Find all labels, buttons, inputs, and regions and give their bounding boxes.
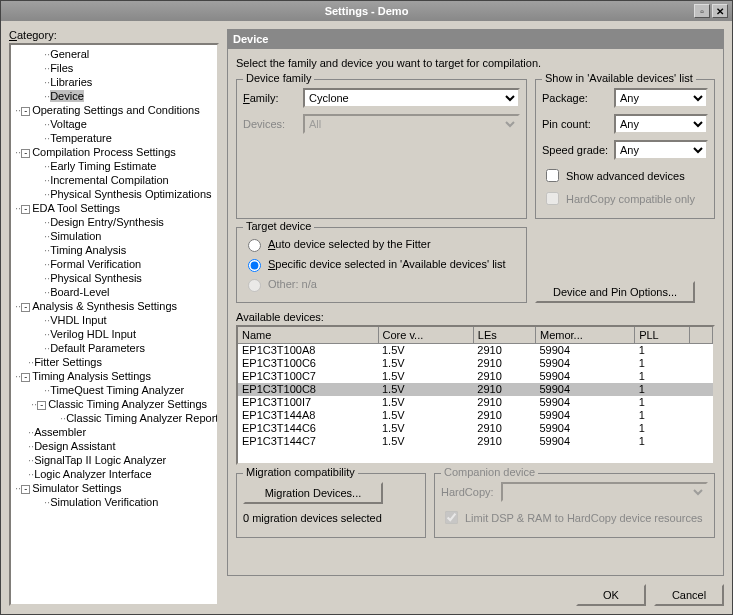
tree-item[interactable]: ··Early Timing Estimate	[11, 159, 217, 173]
family-select[interactable]: Cyclone	[303, 88, 520, 108]
tree-item[interactable]: ··Default Parameters	[11, 341, 217, 355]
tree-item[interactable]: ··Device	[11, 89, 217, 103]
tree-item[interactable]: ··Physical Synthesis	[11, 271, 217, 285]
tree-item[interactable]: ··Fitter Settings	[11, 355, 217, 369]
package-label: Package:	[542, 92, 614, 104]
show-available-group: Show in 'Available devices' list Package…	[535, 79, 715, 219]
devices-label: Devices:	[243, 118, 303, 130]
tree-item[interactable]: ··-Compilation Process Settings	[11, 145, 217, 159]
tree-item[interactable]: ··General	[11, 47, 217, 61]
device-pin-options-button[interactable]: Device and Pin Options...	[535, 281, 695, 303]
family-label: Family:	[243, 92, 303, 104]
tree-item[interactable]: ··-EDA Tool Settings	[11, 201, 217, 215]
migration-group: Migration compatibility Migration Device…	[236, 473, 426, 538]
tree-item[interactable]: ··TimeQuest Timing Analyzer	[11, 383, 217, 397]
migration-status: 0 migration devices selected	[243, 512, 419, 524]
tree-toggle-icon[interactable]: -	[21, 149, 30, 158]
column-header[interactable]: Name	[238, 327, 378, 344]
tree-item[interactable]: ··Classic Timing Analyzer Reporting	[11, 411, 217, 425]
tree-item[interactable]: ··Timing Analysis	[11, 243, 217, 257]
hardcopy-select	[501, 482, 708, 502]
table-row[interactable]: EP1C3T144A81.5V2910599041	[238, 409, 713, 422]
table-row[interactable]: EP1C3T100C81.5V2910599041	[238, 383, 713, 396]
tree-toggle-icon[interactable]: -	[21, 485, 30, 494]
tree-item[interactable]: ··-Timing Analysis Settings	[11, 369, 217, 383]
table-row[interactable]: EP1C3T144C61.5V2910599041	[238, 422, 713, 435]
tree-item[interactable]: ··Voltage	[11, 117, 217, 131]
panel-intro: Select the family and device you want to…	[236, 57, 715, 69]
migration-devices-button[interactable]: Migration Devices...	[243, 482, 383, 504]
panel-title: Device	[227, 29, 724, 49]
device-family-group: Device family Family: Cyclone Devices: A…	[236, 79, 527, 219]
speed-grade-select[interactable]: Any	[614, 140, 708, 160]
companion-group: Companion device HardCopy: Limit DSP & R…	[434, 473, 715, 538]
tree-item[interactable]: ··-Simulator Settings	[11, 481, 217, 495]
tree-item[interactable]: ··Logic Analyzer Interface	[11, 467, 217, 481]
tree-item[interactable]: ··Files	[11, 61, 217, 75]
category-label: Category:	[9, 29, 219, 41]
target-auto-radio[interactable]	[248, 239, 261, 252]
column-header[interactable]: LEs	[473, 327, 535, 344]
tree-toggle-icon[interactable]: -	[21, 303, 30, 312]
category-tree[interactable]: ··General··Files··Libraries··Device··-Op…	[9, 43, 219, 606]
column-header[interactable]: Core v...	[378, 327, 473, 344]
tree-item[interactable]: ··Temperature	[11, 131, 217, 145]
tree-item[interactable]: ··-Classic Timing Analyzer Settings	[11, 397, 217, 411]
tree-toggle-icon[interactable]: -	[21, 205, 30, 214]
package-select[interactable]: Any	[614, 88, 708, 108]
ok-button[interactable]: OK	[576, 584, 646, 606]
tree-toggle-icon[interactable]: -	[21, 373, 30, 382]
target-other-radio	[248, 279, 261, 292]
tree-item[interactable]: ··Libraries	[11, 75, 217, 89]
tree-item[interactable]: ··Design Entry/Synthesis	[11, 215, 217, 229]
table-row[interactable]: EP1C3T100A81.5V2910599041	[238, 344, 713, 358]
window-title: Settings - Demo	[1, 5, 732, 17]
available-devices-table[interactable]: NameCore v...LEsMemor...PLL EP1C3T100A81…	[236, 325, 715, 465]
column-header[interactable]: PLL	[635, 327, 690, 344]
cancel-button[interactable]: Cancel	[654, 584, 724, 606]
table-row[interactable]: EP1C3T100I71.5V2910599041	[238, 396, 713, 409]
tree-item[interactable]: ··Simulation	[11, 229, 217, 243]
speed-grade-label: Speed grade:	[542, 144, 614, 156]
tree-item[interactable]: ··SignalTap II Logic Analyzer	[11, 453, 217, 467]
tree-item[interactable]: ··-Operating Settings and Conditions	[11, 103, 217, 117]
tree-item[interactable]: ··Formal Verification	[11, 257, 217, 271]
titlebar: Settings - Demo ▫ ✕	[1, 1, 732, 21]
table-row[interactable]: EP1C3T100C71.5V2910599041	[238, 370, 713, 383]
settings-window: Settings - Demo ▫ ✕ Category: ··General·…	[0, 0, 733, 615]
pin-count-label: Pin count:	[542, 118, 614, 130]
tree-item[interactable]: ··Verilog HDL Input	[11, 327, 217, 341]
tree-item[interactable]: ··Design Assistant	[11, 439, 217, 453]
close-button[interactable]: ✕	[712, 4, 728, 18]
table-row[interactable]: EP1C3T100C61.5V2910599041	[238, 357, 713, 370]
hardcopy-compat-checkbox	[546, 192, 559, 205]
tree-item[interactable]: ··Simulation Verification	[11, 495, 217, 509]
available-devices-label: Available devices:	[236, 311, 715, 323]
tree-item[interactable]: ··Incremental Compilation	[11, 173, 217, 187]
tree-item[interactable]: ··Physical Synthesis Optimizations	[11, 187, 217, 201]
table-row[interactable]: EP1C3T144C71.5V2910599041	[238, 435, 713, 448]
tree-item[interactable]: ··VHDL Input	[11, 313, 217, 327]
minimize-button[interactable]: ▫	[694, 4, 710, 18]
tree-toggle-icon[interactable]: -	[21, 107, 30, 116]
tree-item[interactable]: ··Assembler	[11, 425, 217, 439]
target-specific-radio[interactable]	[248, 259, 261, 272]
devices-select: All	[303, 114, 520, 134]
hardcopy-label: HardCopy:	[441, 486, 501, 498]
pin-count-select[interactable]: Any	[614, 114, 708, 134]
show-advanced-checkbox[interactable]	[546, 169, 559, 182]
column-header[interactable]: Memor...	[535, 327, 634, 344]
limit-dsp-checkbox	[445, 511, 458, 524]
tree-item[interactable]: ··-Analysis & Synthesis Settings	[11, 299, 217, 313]
tree-toggle-icon[interactable]: -	[37, 401, 46, 410]
target-device-group: Target device Auto device selected by th…	[236, 227, 527, 303]
tree-item[interactable]: ··Board-Level	[11, 285, 217, 299]
